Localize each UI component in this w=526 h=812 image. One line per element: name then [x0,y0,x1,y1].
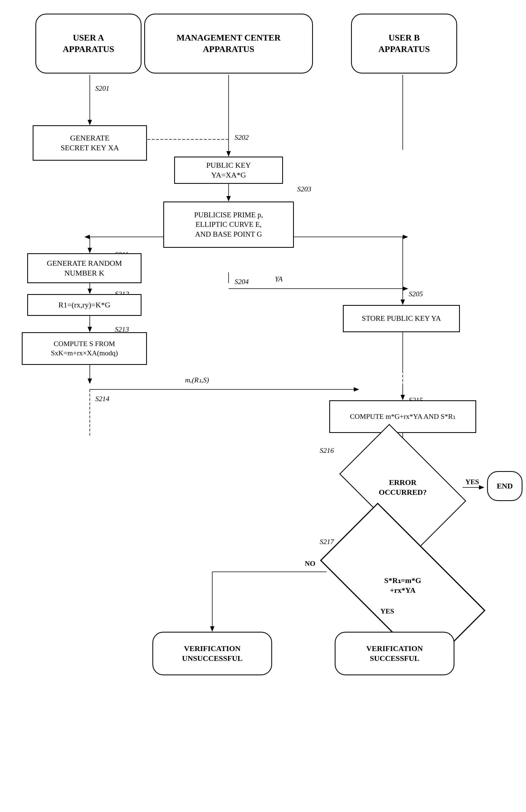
generate-secret-key-box: GENERATESECRET KEY XA [33,125,147,161]
verification-unsuccessful-node: VERIFICATIONUNSUCCESSFUL [152,632,272,675]
compute-s-box: COMPUTE S FROMSxK=m+rx×XA(modq) [22,332,147,365]
svg-marker-23 [88,289,92,294]
svg-marker-11 [84,235,90,239]
r1-box: R1=(rx,ry)=K*G [27,294,141,316]
svg-marker-7 [226,151,231,157]
verification-successful-node: VERIFICATIONSUCCESSFUL [335,632,454,675]
store-public-key-box: STORE PUBLIC KEY YA [343,305,460,332]
public-key-box: PUBLIC KEYYA=XA*G [174,157,283,184]
svg-marker-4 [88,120,92,125]
user-a-apparatus-title: USER AAPPARATUS [35,14,141,73]
publicise-prime-box: PUBLICISE PRIME p,ELLIPTIC CURVE E,AND B… [163,202,294,248]
svg-marker-38 [479,485,484,490]
svg-marker-9 [226,196,231,202]
svg-marker-21 [401,300,405,305]
step-s214: S214 [95,395,109,403]
ya-arrow-label: YA [275,275,283,283]
svg-marker-34 [401,395,405,400]
svg-marker-16 [403,287,408,291]
diagram-container: USER AAPPARATUS MANAGEMENT CENTERAPPARAT… [0,0,526,812]
s216-yes-label: YES [465,478,479,486]
step-s201: S201 [95,84,109,92]
error-occurred-diamond: ERROROCCURRED? [348,452,457,523]
svg-marker-18 [88,248,92,253]
step-s202: S202 [235,133,249,142]
m-r1-s-arrow-label: m,(R₁,S) [185,376,209,384]
s217-no-label: NO [305,560,315,568]
s217-diamond: S*R₁=m*G+rx*YA [327,545,479,626]
step-s204: S204 [235,278,249,286]
compute-verify-box: COMPUTE m*G+rx*YA AND S*R₁ [329,400,476,433]
step-s205: S205 [409,290,423,298]
end-node: END [487,471,523,501]
step-s203: S203 [297,185,311,193]
svg-marker-25 [88,327,92,332]
svg-marker-45 [210,626,214,632]
generate-random-k-box: GENERATE RANDOMNUMBER K [27,253,141,283]
svg-marker-27 [88,378,92,384]
svg-marker-29 [354,387,359,392]
s217-yes-label: YES [380,607,394,615]
user-b-apparatus-title: USER BAPPARATUS [351,14,457,73]
svg-marker-13 [403,235,408,239]
step-s216: S216 [320,447,334,455]
mgmt-center-apparatus-title: MANAGEMENT CENTERAPPARATUS [144,14,313,73]
